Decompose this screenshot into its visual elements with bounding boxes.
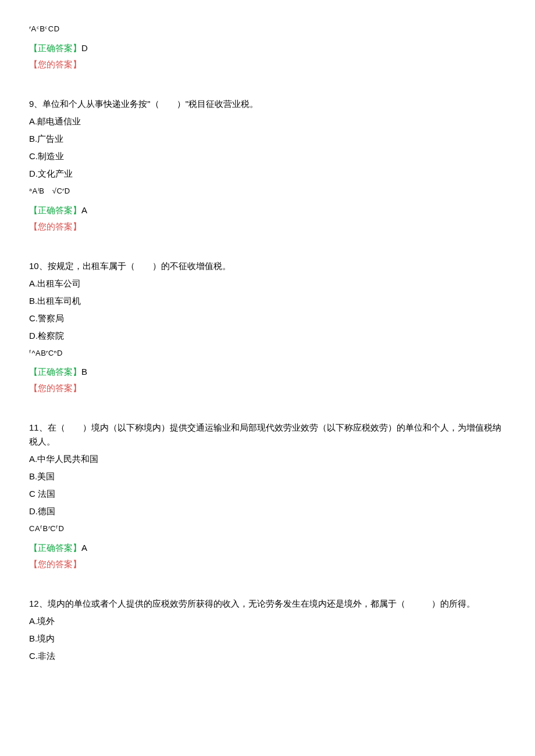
question-text: 10、按规定，出租车属于（ ）的不征收增值税。 <box>29 259 506 273</box>
question-12: 12、境内的单位或者个人提供的应税效劳所获得的收入，无论劳务发生在境内还是境外，… <box>29 597 506 663</box>
question-11: 11、在（ ）境内（以下称境内）提供交通运输业和局部现代效劳业效劳（以下称应税效… <box>29 421 506 571</box>
choice-c: C 法国 <box>29 487 506 501</box>
choice-b: B.美国 <box>29 470 506 483</box>
choice-c: C.非法 <box>29 649 506 663</box>
correct-answer-label: 【正确答案】 <box>29 205 81 215</box>
choice-d: D.德国 <box>29 504 506 518</box>
choice-c: C.制造业 <box>29 149 506 163</box>
choice-d: D.文化产业 <box>29 167 506 181</box>
question-text: 9、单位和个人从事快递业务按"（ ）"税目征收营业税。 <box>29 97 506 111</box>
choice-b: B.出租车司机 <box>29 294 506 308</box>
q8-option-line: ʳAᶜBᶜCD <box>29 23 506 35</box>
your-answer-label: 【您的答案】 <box>29 381 506 395</box>
correct-answer-value: A <box>81 543 87 553</box>
correct-answer-value: B <box>81 367 87 377</box>
q11-option-line: CAᶠBʳCᶠD <box>29 523 506 535</box>
q10-option-line: ᶠ^ABʳCⁿD <box>29 347 506 360</box>
correct-answer-label: 【正确答案】 <box>29 367 81 377</box>
question-text: 11、在（ ）境内（以下称境内）提供交通运输业和局部现代效劳业效劳（以下称应税效… <box>29 421 506 449</box>
question-10: 10、按规定，出租车属于（ ）的不征收增值税。 A.出租车公司 B.出租车司机 … <box>29 259 506 396</box>
q9-answer-block: 【正确答案】A 【您的答案】 <box>29 203 506 234</box>
correct-answer-value: D <box>81 43 88 53</box>
choice-a: A.境外 <box>29 614 506 628</box>
correct-answer-label: 【正确答案】 <box>29 543 81 553</box>
your-answer-label: 【您的答案】 <box>29 557 506 571</box>
question-text: 12、境内的单位或者个人提供的应税效劳所获得的收入，无论劳务发生在境内还是境外，… <box>29 597 506 611</box>
choice-b: B.境内 <box>29 632 506 646</box>
choice-a: A.出租车公司 <box>29 277 506 291</box>
your-answer-label: 【您的答案】 <box>29 58 506 71</box>
q11-answer-block: 【正确答案】A 【您的答案】 <box>29 541 506 571</box>
choice-d: D.检察院 <box>29 329 506 343</box>
q8-answer-block: 【正确答案】D 【您的答案】 <box>29 41 506 71</box>
choice-b: B.广告业 <box>29 132 506 146</box>
correct-answer-label: 【正确答案】 <box>29 43 81 53</box>
question-9: 9、单位和个人从事快递业务按"（ ）"税目征收营业税。 A.邮电通信业 B.广告… <box>29 97 506 234</box>
choice-a: A.邮电通信业 <box>29 114 506 128</box>
correct-answer-value: A <box>81 205 87 215</box>
q10-answer-block: 【正确答案】B 【您的答案】 <box>29 365 506 395</box>
choice-c: C.警察局 <box>29 311 506 325</box>
your-answer-label: 【您的答案】 <box>29 220 506 234</box>
choice-a: A.中华人民共和国 <box>29 452 506 466</box>
q9-option-line: ᵃAᴵB √CʳD <box>29 185 506 198</box>
